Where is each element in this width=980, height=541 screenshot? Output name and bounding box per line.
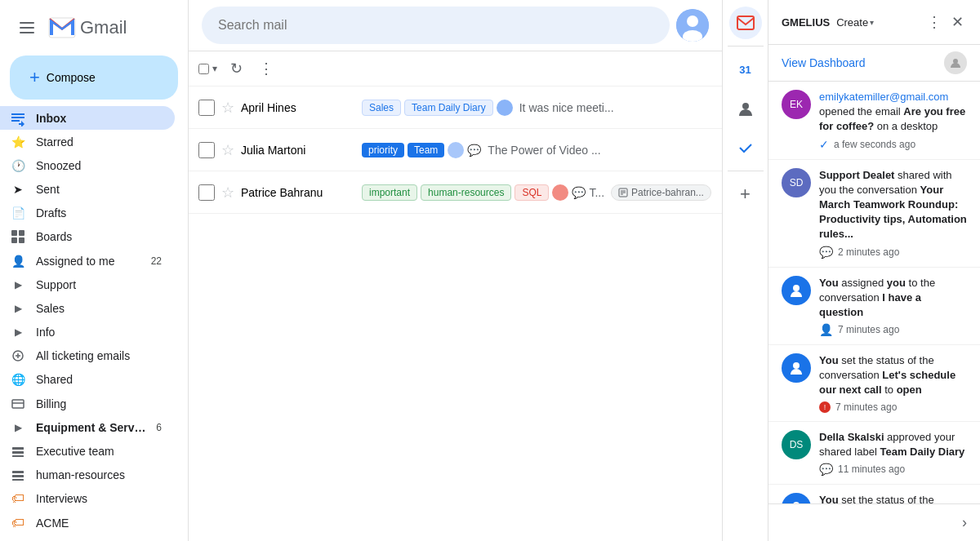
sidebar-item-boards[interactable]: Boards	[0, 225, 175, 249]
equipment-badge: 6	[156, 422, 162, 433]
main-content: ▾ ↻ ⋮ ☆ April Hines Sales Team Daily Dia…	[188, 0, 722, 541]
more-options-button[interactable]: ⋮	[254, 55, 278, 82]
select-dropdown-button[interactable]: ▾	[211, 61, 219, 76]
star-button-3[interactable]: ☆	[221, 184, 234, 202]
snoozed-icon: 🕐	[10, 157, 26, 174]
sidebar-item-humanres[interactable]: human-resources	[0, 463, 175, 487]
svg-rect-5	[11, 230, 17, 236]
email-row[interactable]: ☆ April Hines Sales Team Daily Diary It …	[189, 86, 722, 129]
feed-avatar-1: EK	[782, 90, 811, 119]
email-row-3[interactable]: ☆ Patrice Bahranu important human-resour…	[189, 171, 722, 214]
feed-content-6: You set the status of the conversation A…	[819, 493, 967, 503]
svg-rect-16	[12, 475, 24, 477]
tag-hr: human-resources	[421, 184, 511, 201]
sent-label: Sent	[36, 183, 162, 196]
iconbar-contacts[interactable]	[729, 92, 762, 125]
inbox-icon	[10, 110, 26, 126]
billing-label: Billing	[36, 397, 162, 410]
sidebar-item-info[interactable]: ▶ Info	[0, 321, 175, 344]
svg-rect-17	[12, 479, 24, 481]
sidebar-item-equipment[interactable]: ▶ Equipment & Servic... 6	[0, 415, 175, 439]
feed-content-3: You assigned you to the conversation I h…	[819, 276, 967, 337]
view-dashboard-link[interactable]: View Dashboard	[782, 56, 865, 69]
feed-text-3: You assigned you to the conversation I h…	[819, 276, 967, 321]
feed-time-text-3: 7 minutes ago	[838, 324, 899, 335]
svg-rect-6	[19, 230, 24, 236]
sidebar-item-support[interactable]: ▶ Support	[0, 273, 175, 296]
sidebar-item-inbox[interactable]: Inbox	[0, 106, 175, 130]
email-sender-3: Patrice Bahranu	[241, 186, 355, 199]
hamburger-menu[interactable]	[13, 14, 41, 42]
sidebar-item-starred[interactable]: ⭐ Starred	[0, 130, 175, 153]
chat-icon-2: 💬	[467, 144, 481, 157]
feed-text-4: You set the status of the conversation L…	[819, 353, 967, 398]
sidebar-item-billing[interactable]: Billing	[0, 392, 175, 415]
feed-time-text-2: 2 minutes ago	[838, 246, 899, 258]
execteam-label: Executive team	[36, 445, 162, 458]
iconbar-tasks[interactable]	[729, 131, 762, 164]
refresh-button[interactable]: ↻	[225, 55, 247, 82]
sidebar-item-allticket[interactable]: All ticketing emails	[0, 344, 175, 368]
email-list: ☆ April Hines Sales Team Daily Diary It …	[189, 86, 722, 541]
tag-team: Team	[408, 143, 444, 157]
draft-label-3: Patrice-bahran...	[631, 187, 704, 198]
star-button-2[interactable]: ☆	[221, 141, 234, 159]
sidebar-item-drafts[interactable]: 📄 Drafts	[0, 202, 175, 225]
email-row-2[interactable]: ☆ Julia Martoni priority Team 💬 The Powe…	[189, 129, 722, 171]
email-avatar-2	[448, 142, 464, 158]
draft-tag-3: Patrice-bahran...	[611, 184, 711, 201]
email-checkbox-1[interactable]	[198, 100, 215, 116]
gmelius-close-button[interactable]: ✕	[948, 10, 967, 34]
sidebar-item-assigned[interactable]: 👤 Assigned to me 22	[0, 249, 175, 273]
gmelius-create-button[interactable]: GMELIUS Create ▾	[782, 16, 874, 29]
gmelius-expand-button[interactable]: ›	[959, 511, 970, 534]
billing-icon	[10, 396, 26, 412]
sidebar-item-sent[interactable]: ➤ Sent	[0, 178, 175, 202]
email-tags-1: Sales Team Daily Diary	[362, 100, 513, 116]
chat-icon-feed-2: 💬	[819, 246, 833, 259]
inbox-label: Inbox	[36, 112, 162, 125]
gmelius-more-button[interactable]: ⋮	[924, 10, 945, 34]
feed-item-6: You set the status of the conversation A…	[768, 485, 980, 503]
select-all-checkbox[interactable]	[198, 64, 209, 74]
email-checkbox-2[interactable]	[198, 142, 215, 158]
chat-icon-3: 💬	[572, 186, 586, 199]
sent-icon: ➤	[10, 181, 26, 197]
email-checkbox-3[interactable]	[198, 184, 215, 201]
gmelius-feed: EK emilykatemiller@gmail.com opened the …	[768, 82, 980, 503]
allticket-label: All ticketing emails	[36, 349, 162, 362]
star-icon: ⭐	[10, 134, 26, 150]
humanres-icon	[10, 467, 26, 483]
feed-link-1[interactable]: emilykatemiller@gmail.com	[819, 91, 948, 103]
iconbar-calendar[interactable]: 31	[729, 53, 762, 86]
gmail-logo: Gmail	[47, 13, 127, 42]
sidebar-item-execteam[interactable]: Executive team	[0, 439, 175, 463]
feed-time-3: 👤 7 minutes ago	[819, 323, 967, 336]
feed-content-1: emilykatemiller@gmail.com opened the ema…	[819, 90, 967, 151]
create-dropdown-icon: ▾	[870, 18, 874, 27]
equipment-label: Equipment & Servic...	[36, 421, 146, 434]
snoozed-label: Snoozed	[36, 159, 162, 172]
feed-avatar-3	[782, 276, 811, 305]
acme-icon: 🏷	[10, 515, 26, 531]
search-input[interactable]	[202, 7, 670, 44]
feed-text-5: Della Skalski approved your shared label…	[819, 430, 967, 459]
sidebar-item-acme[interactable]: 🏷 ACME	[0, 511, 175, 534]
user-avatar[interactable]	[676, 9, 709, 42]
compose-button[interactable]: + Compose	[10, 55, 178, 100]
feed-time-4: ! 7 minutes ago	[819, 401, 967, 413]
sidebar-item-interviews[interactable]: 🏷 Interviews	[0, 487, 175, 511]
email-sender-1: April Hines	[241, 101, 355, 114]
starred-label: Starred	[36, 135, 162, 149]
assigned-badge: 22	[151, 255, 162, 267]
sidebar-item-shared[interactable]: 🌐 Shared	[0, 368, 175, 392]
sidebar-item-sales[interactable]: ▶ Sales	[0, 296, 175, 320]
sidebar-item-snoozed[interactable]: 🕐 Snoozed	[0, 153, 175, 177]
feed-avatar-4	[782, 353, 811, 383]
star-button-1[interactable]: ☆	[221, 99, 234, 117]
iconbar-add[interactable]: +	[729, 178, 762, 211]
feed-time-text-1: a few seconds ago	[834, 139, 915, 150]
iconbar-gmail[interactable]	[729, 7, 762, 39]
email-preview-2: The Power of Video ...	[488, 144, 712, 157]
feed-time-text-4: 7 minutes ago	[835, 401, 897, 413]
